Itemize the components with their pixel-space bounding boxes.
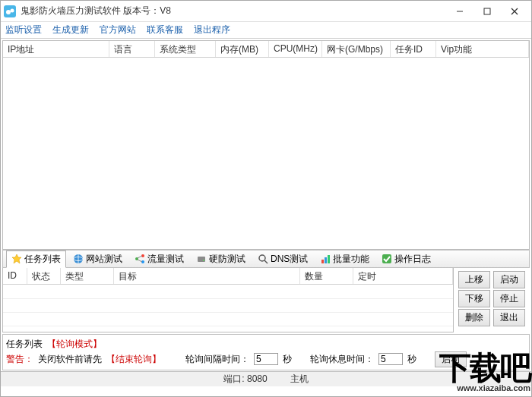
interval-label: 轮询间隔时间： (185, 353, 249, 366)
col-count[interactable]: 数量 (300, 268, 353, 284)
task-grid: ID 状态 类型 目标 数量 定时 (2, 268, 454, 332)
search-icon (258, 254, 268, 264)
tab-strip: 任务列表 网站测试 流量测试 硬防测试 DNS测试 批量功能 操作日志 (2, 250, 530, 268)
menu-exit[interactable]: 退出程序 (194, 24, 230, 36)
close-button[interactable] (501, 3, 528, 20)
delete-button[interactable]: 删除 (458, 309, 490, 326)
rest-label: 轮询休息时间： (310, 353, 374, 366)
chart-icon (320, 254, 331, 264)
bot-list-header: IP地址 语言 系统类型 内存(MB) CPU(MHz) 网卡(G/Mbps) … (3, 41, 529, 58)
col-os[interactable]: 系统类型 (155, 41, 216, 57)
col-mem[interactable]: 内存(MB) (216, 41, 269, 57)
star-icon (11, 254, 22, 264)
svg-rect-16 (198, 257, 205, 262)
col-type[interactable]: 类型 (61, 268, 114, 284)
col-cpu[interactable]: CPU(MHz) (269, 41, 322, 57)
interval-input[interactable] (254, 353, 278, 365)
menu-website[interactable]: 官方网站 (100, 24, 136, 36)
start-button[interactable]: 启动 (493, 271, 525, 288)
bot-list-body[interactable] (3, 58, 529, 249)
minimize-button[interactable] (446, 3, 473, 20)
menu-support[interactable]: 联系客服 (147, 24, 183, 36)
col-vip[interactable]: Vip功能 (436, 41, 529, 57)
menu-listen[interactable]: 监听设置 (5, 24, 42, 36)
svg-line-15 (138, 260, 142, 262)
tab-label: 操作日志 (394, 253, 431, 266)
col-lang[interactable]: 语言 (109, 41, 155, 57)
polling-panel: 任务列表 【轮询模式】 警告： 关闭软件前请先 【结束轮询】 轮询间隔时间： 秒… (2, 334, 530, 370)
tab-batch[interactable]: 批量功能 (315, 250, 375, 268)
tab-label: 流量测试 (147, 253, 184, 266)
svg-rect-22 (328, 255, 330, 263)
bot-list-grid: IP地址 语言 系统类型 内存(MB) CPU(MHz) 网卡(G/Mbps) … (2, 40, 530, 250)
status-bar: 端口: 8080 主机 (1, 371, 531, 386)
tasklist-label: 任务列表 (6, 338, 43, 351)
svg-point-18 (259, 255, 265, 261)
task-grid-header: ID 状态 类型 目标 数量 定时 (3, 268, 453, 285)
svg-rect-21 (325, 257, 327, 263)
status-port: 端口: 8080 (223, 373, 267, 386)
tab-harddef[interactable]: 硬防测试 (191, 250, 251, 268)
col-target[interactable]: 目标 (114, 268, 300, 284)
col-id[interactable]: ID (3, 268, 27, 284)
tab-webtest[interactable]: 网站测试 (68, 250, 128, 268)
warn-text1: 关闭软件前请先 (38, 353, 102, 366)
tab-label: 网站测试 (86, 253, 122, 266)
svg-rect-23 (382, 254, 391, 263)
svg-marker-7 (12, 254, 21, 263)
check-icon (382, 254, 392, 264)
tab-dnstest[interactable]: DNS测试 (252, 250, 313, 268)
svg-line-14 (138, 256, 142, 258)
svg-point-2 (11, 8, 14, 12)
status-host: 主机 (290, 373, 309, 386)
svg-rect-20 (321, 260, 324, 263)
exit-button[interactable]: 退出 (493, 309, 525, 326)
app-icon (4, 5, 16, 17)
task-area: ID 状态 类型 目标 数量 定时 上移 启动 下移 停止 删除 退出 (2, 268, 530, 332)
menu-update[interactable]: 生成更新 (52, 24, 89, 36)
maximize-button[interactable] (473, 3, 501, 20)
window-title: 鬼影防火墙压力测试软件 版本号：V8 (21, 5, 446, 17)
col-ip[interactable]: IP地址 (3, 41, 109, 57)
tab-log[interactable]: 操作日志 (376, 250, 436, 268)
mode-label: 【轮询模式】 (47, 338, 102, 351)
poll-start-button[interactable]: 启动 (435, 351, 467, 367)
col-status[interactable]: 状态 (27, 268, 61, 284)
stop-button[interactable]: 停止 (493, 290, 525, 307)
warn-label: 警告： (6, 353, 33, 366)
move-up-button[interactable]: 上移 (458, 271, 490, 288)
warn-text2: 【结束轮询】 (106, 353, 161, 366)
svg-line-19 (264, 260, 268, 263)
move-down-button[interactable]: 下移 (458, 290, 490, 307)
tab-label: DNS测试 (271, 253, 308, 266)
col-timer[interactable]: 定时 (353, 268, 453, 284)
svg-point-1 (6, 10, 11, 14)
svg-point-17 (203, 260, 204, 261)
tab-label: 任务列表 (24, 253, 61, 266)
titlebar: 鬼影防火墙压力测试软件 版本号：V8 (1, 1, 531, 22)
task-side-buttons: 上移 启动 下移 停止 删除 退出 (454, 268, 530, 332)
disk-icon (196, 254, 207, 264)
tab-label: 批量功能 (333, 253, 369, 266)
interval-unit: 秒 (283, 353, 292, 366)
menubar: 监听设置 生成更新 官方网站 联系客服 退出程序 (1, 22, 531, 39)
rest-input[interactable] (378, 353, 403, 365)
globe-icon (73, 254, 84, 264)
tab-flowtest[interactable]: 流量测试 (129, 250, 189, 268)
svg-rect-4 (484, 8, 490, 14)
tab-tasklist[interactable]: 任务列表 (6, 250, 66, 268)
rest-unit: 秒 (407, 353, 416, 366)
col-nic[interactable]: 网卡(G/Mbps) (322, 41, 391, 57)
col-taskid[interactable]: 任务ID (391, 41, 436, 57)
tab-label: 硬防测试 (209, 253, 245, 266)
share-icon (135, 254, 145, 264)
task-grid-body[interactable] (3, 285, 453, 332)
